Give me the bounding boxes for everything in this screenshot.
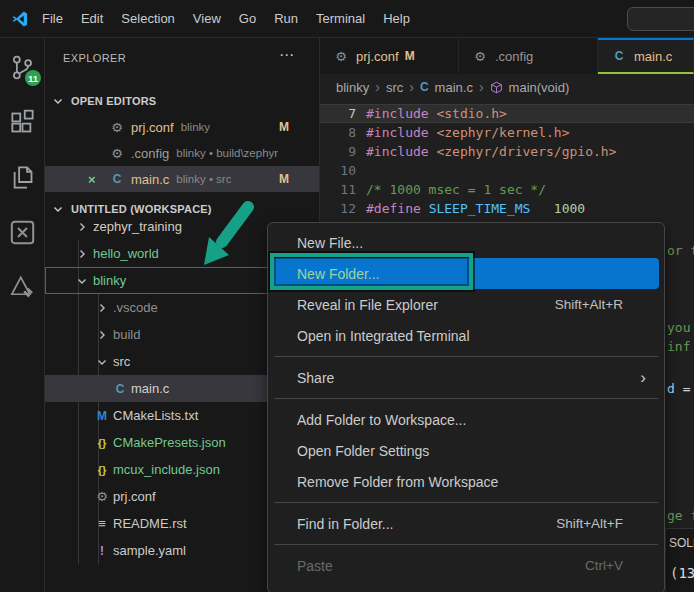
ctx-item-open-in-integrated-terminal[interactable]: Open in Integrated Terminal — [273, 320, 659, 351]
c-file-icon: C — [610, 49, 628, 63]
ctx-item-paste: PasteCtrl+V — [273, 550, 659, 581]
code-fragment: or t — [667, 241, 694, 260]
breadcrumb-item-blinky[interactable]: blinky — [336, 80, 369, 95]
line-number: 7 — [320, 104, 356, 123]
menu-item-label: Find in Folder... — [297, 516, 394, 532]
menu-bar: FileEditSelectionViewGoRunTerminalHelp — [33, 7, 419, 30]
command-center-searchbox[interactable] — [627, 7, 694, 31]
menu-terminal[interactable]: Terminal — [307, 7, 374, 30]
ctx-item-reveal-in-file-explorer[interactable]: Reveal in File ExplorerShift+Alt+R — [273, 289, 659, 320]
menu-item-label: New File... — [297, 235, 363, 251]
line-number: 11 — [320, 180, 356, 199]
submenu-arrow-icon: › — [640, 369, 646, 386]
twistie[interactable] — [93, 302, 111, 314]
breadcrumb-separator-icon: › — [479, 79, 484, 95]
code-fragment: inf — [667, 337, 690, 356]
tree-item-label: blinky — [93, 273, 126, 288]
tab-config[interactable]: ⚙.config — [459, 38, 598, 74]
tree-item-label: build — [113, 327, 140, 342]
activity-triangle-tool[interactable] — [6, 271, 38, 303]
twistie[interactable] — [73, 248, 91, 260]
c-file-icon: C — [111, 382, 129, 396]
menu-item-shortcut: Shift+Alt+F — [556, 516, 623, 531]
ctx-item-open-folder-settings[interactable]: Open Folder Settings — [273, 435, 659, 466]
tree-item-label: src — [113, 354, 130, 369]
gear-icon: ⚙ — [332, 49, 350, 64]
debug-console-tab-fragment[interactable]: SOLE — [669, 536, 694, 550]
cmake-icon: M — [93, 409, 111, 423]
breadcrumb-item-src[interactable]: src — [386, 80, 403, 95]
tree-item-label: main.c — [131, 381, 169, 396]
tab-main-c[interactable]: Cmain.c — [598, 38, 694, 74]
menu-item-label: Open in Integrated Terminal — [297, 328, 470, 344]
activity-x-tool[interactable] — [6, 216, 38, 248]
code-line-9: 9#include <zephyr/drivers/gpio.h> — [320, 142, 694, 161]
twistie[interactable] — [93, 329, 111, 341]
json-icon: {} — [93, 464, 111, 476]
chevron-right-icon — [76, 248, 88, 260]
tree-item-label: prj.conf — [113, 489, 156, 504]
source-control-badge: 11 — [25, 70, 41, 86]
activity-source-control[interactable]: 11 — [6, 51, 38, 83]
menu-view[interactable]: View — [184, 7, 230, 30]
activity-extensions[interactable] — [6, 106, 38, 138]
code-line-8: 8#include <zephyr/kernel.h> — [320, 123, 694, 142]
line-number: 9 — [320, 142, 356, 161]
tree-item-label: CMakeLists.txt — [113, 408, 198, 423]
gear-icon: ⚙ — [93, 489, 111, 504]
ctx-item-remove-folder-from-workspace[interactable]: Remove Folder from Workspace — [273, 466, 659, 497]
tab-label: .config — [495, 49, 533, 64]
tab-label: main.c — [634, 49, 672, 64]
title-bar: FileEditSelectionViewGoRunTerminalHelp ←… — [0, 0, 694, 38]
menu-item-label: Open Folder Settings — [297, 443, 429, 459]
editor-tabbar: ⚙prj.confM⚙.configCmain.c — [320, 38, 694, 74]
tab-prj-conf[interactable]: ⚙prj.confM — [320, 38, 459, 74]
menu-help[interactable]: Help — [374, 7, 419, 30]
gear-icon: ⚙ — [471, 49, 489, 64]
line-number: 8 — [320, 123, 356, 142]
twistie[interactable] — [73, 275, 91, 287]
extensions-icon — [9, 109, 36, 136]
ctx-item-share[interactable]: Share› — [273, 362, 659, 393]
menu-separator — [274, 398, 658, 399]
code-line-text: #include <stdio.h> — [366, 104, 507, 123]
menu-edit[interactable]: Edit — [72, 7, 112, 30]
chevron-right-icon — [96, 302, 108, 314]
breadcrumb-item-main-c[interactable]: main.c — [435, 80, 473, 95]
c-file-icon: C — [420, 80, 429, 94]
activity-duplicate-pages[interactable] — [6, 161, 38, 193]
code-fragment: ge f — [667, 506, 694, 525]
tree-item-label: .vscode — [113, 300, 158, 315]
panel-output-fragment: (13 — [670, 565, 694, 581]
twistie[interactable] — [93, 356, 111, 368]
menu-item-label: Add Folder to Workspace... — [297, 412, 466, 428]
tree-item-label: hello_world — [93, 246, 159, 261]
ctx-item-find-in-folder[interactable]: Find in Folder...Shift+Alt+F — [273, 508, 659, 539]
ctx-item-add-folder-to-workspace[interactable]: Add Folder to Workspace... — [273, 404, 659, 435]
menu-run[interactable]: Run — [265, 7, 307, 30]
breadcrumb-item-main-void[interactable]: main(void) — [509, 80, 570, 95]
tree-item-label: CMakePresets.json — [113, 435, 226, 450]
code-fragment: you — [667, 318, 690, 337]
menu-item-label: Share — [297, 370, 334, 386]
rst-icon: ≡ — [93, 516, 111, 531]
menu-file[interactable]: File — [33, 7, 72, 30]
chevron-right-icon — [76, 221, 88, 233]
vscode-logo-icon — [11, 10, 29, 28]
code-line-text: #define SLEEP_TIME_MS 1000 — [366, 199, 585, 218]
line-number: 12 — [320, 199, 356, 218]
activity-bar: 11 — [0, 38, 45, 592]
menu-selection[interactable]: Selection — [112, 7, 183, 30]
yaml-icon: ! — [93, 543, 111, 558]
menu-item-shortcut: Ctrl+V — [585, 558, 623, 573]
duplicate-pages-icon — [9, 164, 36, 191]
menu-go[interactable]: Go — [230, 7, 265, 30]
menu-item-label: Remove Folder from Workspace — [297, 474, 498, 490]
menu-separator — [274, 502, 658, 503]
code-line-text: #include <zephyr/kernel.h> — [366, 123, 570, 142]
breadcrumb: blinky›src›Cmain.c›main(void) — [320, 74, 694, 100]
twistie[interactable] — [73, 221, 91, 233]
modified-badge: M — [405, 49, 415, 63]
menu-item-shortcut: Shift+Alt+R — [555, 297, 623, 312]
code-line-7: 7#include <stdio.h> — [320, 104, 694, 123]
